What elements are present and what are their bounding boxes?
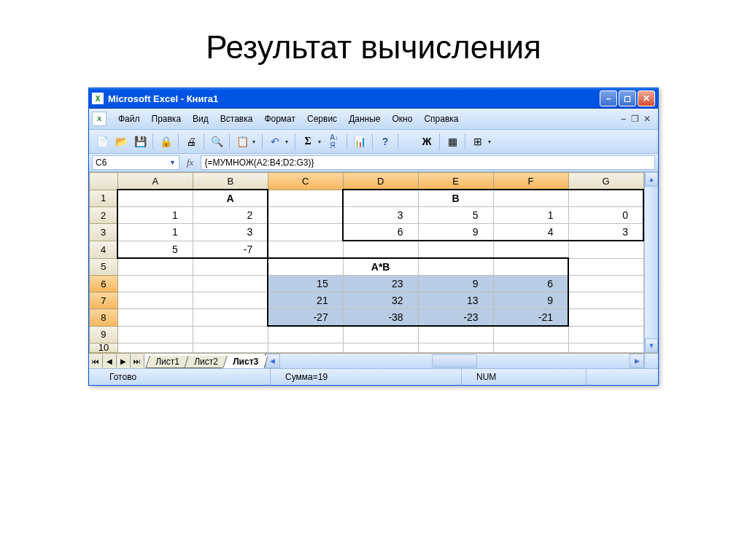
cell[interactable]: [568, 258, 643, 276]
menu-edit[interactable]: Правка: [146, 112, 187, 126]
row-header-4[interactable]: 4: [90, 241, 118, 258]
help-icon[interactable]: ?: [376, 133, 394, 150]
cell[interactable]: 3: [568, 224, 643, 241]
cell[interactable]: [568, 326, 643, 343]
cell[interactable]: 15: [268, 276, 343, 292]
cell[interactable]: [117, 258, 193, 276]
scroll-right-icon[interactable]: ▶: [630, 354, 644, 368]
cell[interactable]: [493, 326, 568, 343]
minimize-button[interactable]: –: [600, 90, 617, 106]
cell[interactable]: 5: [418, 207, 493, 224]
cell[interactable]: 6: [493, 276, 568, 292]
doc-close-button[interactable]: ✕: [643, 114, 651, 124]
col-header-E[interactable]: E: [418, 173, 493, 190]
cell[interactable]: [268, 326, 343, 343]
row-header-8[interactable]: 8: [90, 309, 118, 327]
cell[interactable]: [117, 292, 193, 309]
cell[interactable]: [193, 258, 268, 276]
cell[interactable]: -21: [493, 309, 568, 327]
cell[interactable]: [343, 326, 418, 343]
border-icon[interactable]: ⊞: [469, 133, 487, 150]
cell[interactable]: [568, 276, 643, 292]
row-header-6[interactable]: 6: [90, 276, 118, 292]
cell[interactable]: [343, 190, 418, 207]
cell[interactable]: [268, 241, 343, 258]
row-header-9[interactable]: 9: [90, 326, 118, 343]
cell[interactable]: [568, 190, 643, 207]
cell[interactable]: 1: [117, 207, 193, 224]
new-icon[interactable]: 📄: [93, 133, 111, 150]
cell[interactable]: [493, 241, 568, 258]
paste-icon[interactable]: 📋: [233, 133, 251, 150]
cell[interactable]: [193, 292, 268, 309]
horizontal-scrollbar[interactable]: ◀ ▶: [266, 354, 644, 368]
permission-icon[interactable]: 🔒: [157, 133, 174, 150]
cell[interactable]: -7: [193, 241, 268, 258]
row-header-5[interactable]: 5: [90, 258, 118, 276]
row-header-1[interactable]: 1: [90, 190, 118, 207]
dropdown-icon[interactable]: ▾: [318, 139, 324, 145]
nav-first-icon[interactable]: ⏮: [89, 354, 103, 368]
row-header-10[interactable]: 10: [90, 343, 118, 353]
cell[interactable]: A*B: [343, 258, 418, 276]
autosum-icon[interactable]: Σ: [299, 133, 317, 150]
open-icon[interactable]: 📂: [112, 133, 130, 150]
scrollbar-thumb[interactable]: [432, 354, 477, 368]
cell[interactable]: [343, 343, 418, 353]
cell[interactable]: [418, 326, 493, 343]
dropdown-icon[interactable]: ▼: [169, 159, 176, 166]
sheet-tab[interactable]: Лист2: [184, 356, 228, 368]
cell[interactable]: [268, 207, 343, 224]
row-header-7[interactable]: 7: [90, 292, 118, 309]
cell[interactable]: -27: [268, 309, 343, 327]
cell[interactable]: [493, 190, 568, 207]
cell[interactable]: [418, 241, 493, 258]
cell[interactable]: [193, 343, 268, 353]
cell[interactable]: 32: [343, 292, 418, 309]
cell[interactable]: 23: [343, 276, 418, 292]
cell[interactable]: [193, 326, 268, 343]
menu-tools[interactable]: Сервис: [301, 112, 343, 126]
cell[interactable]: [418, 343, 493, 353]
cell[interactable]: 2: [193, 207, 268, 224]
row-header-3[interactable]: 3: [90, 224, 118, 241]
cell[interactable]: [343, 241, 418, 258]
cell[interactable]: 6: [343, 224, 418, 241]
menu-help[interactable]: Справка: [418, 112, 464, 126]
formula-input[interactable]: {=МУМНОЖ(A2:B4;D2:G3)}: [201, 155, 655, 170]
cell[interactable]: 21: [268, 292, 343, 309]
cell[interactable]: [117, 190, 193, 207]
cell[interactable]: 1: [117, 224, 193, 241]
close-button[interactable]: ✕: [638, 90, 655, 106]
cell[interactable]: [568, 241, 643, 258]
col-header-C[interactable]: C: [268, 173, 343, 190]
doc-restore-button[interactable]: ‒: [621, 114, 627, 124]
cell[interactable]: 0: [568, 207, 643, 224]
vertical-scrollbar[interactable]: ▲ ▼: [644, 172, 658, 353]
menu-view[interactable]: Вид: [187, 112, 214, 126]
menu-insert[interactable]: Вставка: [214, 112, 259, 126]
name-box[interactable]: C6 ▼: [92, 155, 179, 170]
bold-icon[interactable]: Ж: [418, 133, 436, 150]
cell[interactable]: [268, 190, 343, 207]
cell[interactable]: 3: [343, 207, 418, 224]
sheet-tab[interactable]: Лист1: [145, 356, 189, 368]
cell[interactable]: [117, 326, 193, 343]
spreadsheet-grid[interactable]: A B C D E F G 1 A B: [89, 172, 644, 353]
col-header-F[interactable]: F: [493, 173, 568, 190]
cell[interactable]: 4: [493, 224, 568, 241]
cell[interactable]: [268, 224, 343, 241]
doc-restore-button[interactable]: ❐: [631, 114, 639, 124]
cell[interactable]: 9: [493, 292, 568, 309]
research-icon[interactable]: 🔍: [208, 133, 225, 150]
cell[interactable]: [117, 343, 193, 353]
undo-icon[interactable]: ↶: [266, 133, 284, 150]
cell[interactable]: [493, 343, 568, 353]
maximize-button[interactable]: ◻: [619, 90, 636, 106]
menu-file[interactable]: Файл: [112, 112, 146, 126]
nav-next-icon[interactable]: ▶: [117, 354, 131, 368]
cell[interactable]: [117, 276, 193, 292]
cell[interactable]: [568, 343, 643, 353]
scroll-up-icon[interactable]: ▲: [645, 172, 658, 187]
cell[interactable]: 5: [117, 241, 193, 258]
